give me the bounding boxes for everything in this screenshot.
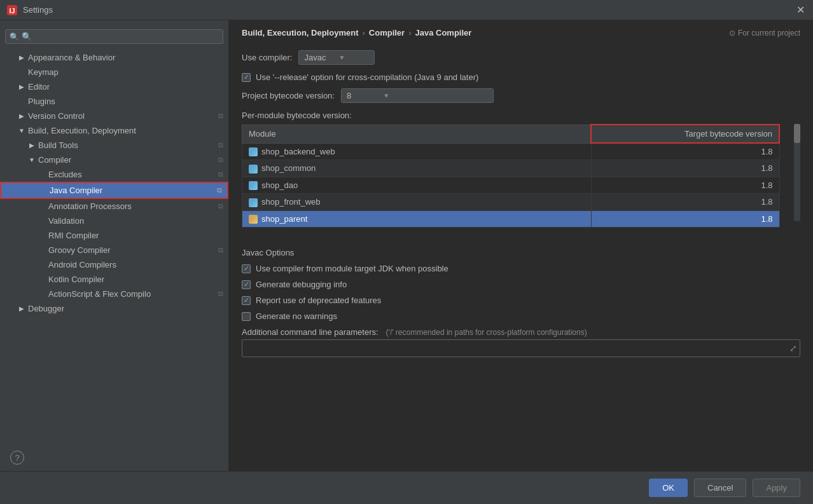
app-icon: IJ [6,4,18,16]
copy-icon-vc: ⧉ [218,112,223,120]
sidebar-item-java-compiler[interactable]: ▶ Java Compiler ⧉ [0,182,228,199]
search-input[interactable] [22,32,219,41]
help-icon[interactable]: ? [10,451,24,465]
project-bytecode-row: Project bytecode version: 8 ▼ [242,88,800,103]
ok-button[interactable]: OK [649,479,688,497]
sidebar-item-actionscript[interactable]: ▶ ActionScript & Flex Compilo ⧉ [0,287,228,301]
dropdown-arrow-compiler: ▼ [338,54,345,61]
breadcrumb-part-3: Java Compiler [415,28,472,37]
use-compiler-row: Use compiler: Javac ▼ [242,50,800,65]
sidebar-item-plugins[interactable]: ▶ Plugins [0,94,228,109]
module-icon-3 [249,198,258,207]
release-label: Use '--release' option for cross-compila… [256,72,478,82]
module-table-wrapper: Module Target bytecode version shop_back… [242,124,780,238]
main-container: 🔍 ▶ Appearance & Behavior ▶ Keymap ▶ Edi… [0,20,813,471]
sidebar-item-build-tools[interactable]: ▶ Build Tools ⧉ [0,138,228,153]
additional-params-label: Additional command line parameters: [242,327,379,337]
sidebar-item-debugger[interactable]: ▶ Debugger [0,301,228,316]
bytecode-version-dropdown[interactable]: 8 ▼ [341,88,494,103]
expand-arrow-editor: ▶ [18,83,25,91]
bottom-bar: OK Cancel Apply [0,471,813,504]
expand-icon[interactable]: ⤢ [789,343,797,353]
help-button[interactable]: ? [10,451,24,465]
module-name-1: shop_common [242,160,592,177]
sidebar-item-annotation-processors[interactable]: ▶ Annotation Processors ⧉ [0,199,228,214]
module-icon-1 [249,165,258,174]
release-checkbox[interactable] [242,73,251,82]
copy-icon-actionscript: ⧉ [218,290,223,298]
content-area: Build, Execution, Deployment › Compiler … [229,20,813,471]
module-version-3: 1.8 [591,194,779,211]
module-table: Module Target bytecode version shop_back… [242,124,780,228]
title-bar: IJ Settings ✕ [0,0,813,20]
expand-arrow-appearance: ▶ [18,54,25,62]
module-version-4: 1.8 [591,210,779,228]
sidebar-item-validation[interactable]: ▶ Validation [0,214,228,228]
sidebar-item-editor[interactable]: ▶ Editor [0,79,228,94]
compiler-value: Javac [304,53,326,62]
javac-option-0-checkbox[interactable] [242,264,251,273]
module-version-0: 1.8 [591,143,779,160]
module-icon-4 [249,215,258,224]
title-bar-text: Settings [23,5,53,15]
module-icon-0 [249,147,258,156]
breadcrumb-sep-2: › [408,28,411,37]
copy-icon-build-tools: ⧉ [218,141,223,149]
dropdown-arrow-bytecode: ▼ [383,92,389,99]
search-box[interactable]: 🔍 [5,29,223,44]
table-scroll-thumb [794,124,800,143]
module-version-1: 1.8 [591,160,779,177]
module-row-2[interactable]: shop_dao 1.8 [242,177,780,194]
module-table-container: Module Target bytecode version shop_back… [242,124,800,238]
breadcrumb-part-1: Build, Execution, Deployment [242,28,358,37]
copy-icon-excludes: ⧉ [218,170,223,179]
apply-button[interactable]: Apply [753,479,800,497]
sidebar-item-compiler[interactable]: ▼ Compiler ⧉ [0,153,228,167]
module-row-0[interactable]: shop_backend_web 1.8 [242,143,780,160]
javac-option-0-label: Use compiler from module target JDK when… [256,264,448,273]
module-row-3[interactable]: shop_front_web 1.8 [242,194,780,211]
breadcrumb-part-2: Compiler [369,28,405,37]
sidebar-item-rmi-compiler[interactable]: ▶ RMI Compiler [0,228,228,243]
expand-arrow-vc: ▶ [18,112,25,120]
table-scrollbar[interactable] [794,124,800,221]
javac-option-2-label: Report use of deprecated features [256,296,381,305]
javac-options-title: Javac Options [242,248,800,257]
javac-option-2-checkbox[interactable] [242,296,251,305]
copy-icon-groovy: ⧉ [218,246,223,254]
module-name-2: shop_dao [242,177,592,194]
module-row-1[interactable]: shop_common 1.8 [242,160,780,177]
sidebar-item-appearance[interactable]: ▶ Appearance & Behavior [0,50,228,65]
sidebar-item-keymap[interactable]: ▶ Keymap [0,65,228,79]
sidebar: 🔍 ▶ Appearance & Behavior ▶ Keymap ▶ Edi… [0,20,229,471]
javac-option-1-checkbox[interactable] [242,280,251,289]
sidebar-item-version-control[interactable]: ▶ Version Control ⧉ [0,109,228,123]
bytecode-version-value: 8 [347,91,351,100]
project-bytecode-label: Project bytecode version: [242,91,335,100]
additional-params-section: Additional command line parameters: ('/'… [242,327,800,357]
javac-option-3-checkbox[interactable] [242,312,251,321]
release-checkbox-row: Use '--release' option for cross-compila… [242,72,800,82]
search-icon: 🔍 [10,32,19,41]
sidebar-item-kotlin-compiler[interactable]: ▶ Kotlin Compiler [0,272,228,287]
content-inner: Use compiler: Javac ▼ Use '--release' op… [229,43,813,471]
cancel-button[interactable]: Cancel [694,479,746,497]
project-icon: ⊙ [729,29,735,37]
module-row-4[interactable]: shop_parent 1.8 [242,210,780,228]
javac-option-3-row: Generate no warnings [242,311,800,321]
svg-text:IJ: IJ [9,7,15,15]
module-col-header: Module [242,125,592,143]
additional-params-note: ('/' recommended in paths for cross-plat… [386,328,587,337]
javac-option-1-label: Generate debugging info [256,280,347,289]
close-button[interactable]: ✕ [794,4,807,17]
sidebar-item-build-exec[interactable]: ▼ Build, Execution, Deployment [0,123,228,138]
additional-params-input[interactable] [242,344,784,353]
for-current-project: ⊙ For current project [729,29,800,37]
sidebar-item-android-compilers[interactable]: ▶ Android Compilers [0,257,228,272]
module-icon-2 [249,181,258,190]
expand-arrow-build: ▼ [18,127,25,135]
sidebar-item-excludes[interactable]: ▶ Excludes ⧉ [0,167,228,182]
per-module-label: Per-module bytecode version: [242,111,800,120]
sidebar-item-groovy-compiler[interactable]: ▶ Groovy Compiler ⧉ [0,243,228,257]
compiler-dropdown[interactable]: Javac ▼ [298,50,375,65]
